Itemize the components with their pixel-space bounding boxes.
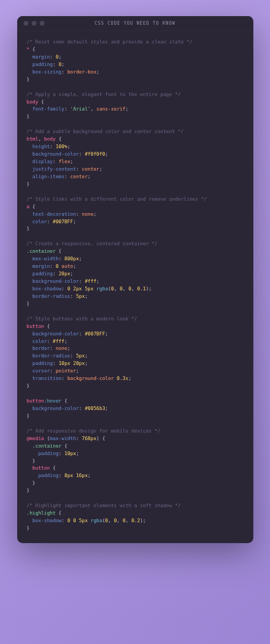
- window-title: CSS CODE YOU NEED TO KNOW: [17, 21, 253, 26]
- comment: /* Reset some default styles and provide…: [27, 39, 193, 45]
- code-block: /* Reset some default styles and provide…: [17, 31, 253, 543]
- code-window: CSS CODE YOU NEED TO KNOW /* Reset some …: [17, 16, 253, 543]
- selector: *: [27, 47, 30, 52]
- window-titlebar: CSS CODE YOU NEED TO KNOW: [17, 16, 253, 31]
- property: margin: [32, 54, 50, 60]
